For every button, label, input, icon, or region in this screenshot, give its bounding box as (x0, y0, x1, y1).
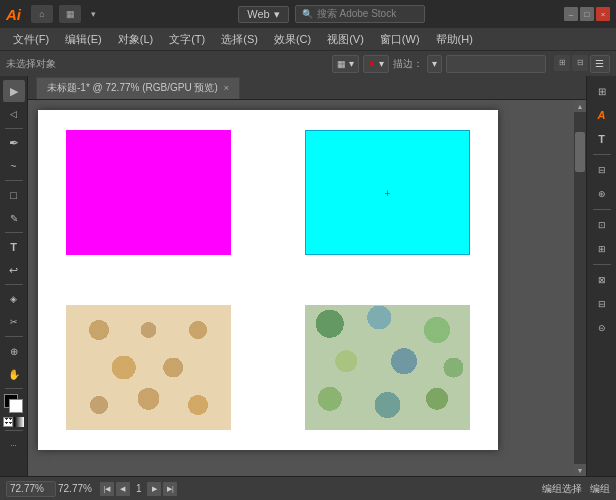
zoom-display: 72.77% (6, 481, 92, 497)
last-page-button[interactable]: ▶| (163, 482, 177, 496)
options-more-dropdown[interactable]: ☰ (590, 55, 610, 73)
dropdown-arrow-icon[interactable]: ▾ (87, 5, 99, 23)
tool-separator-5 (5, 336, 23, 337)
layout-icon[interactable]: ▦ (59, 5, 81, 23)
left-toolbar: ▶ ◁ ✒ ~ □ ✎ T ↩ ◈ ✂ ⊕ ✋ ··· (0, 76, 28, 476)
tan-pattern-fill (66, 305, 231, 430)
align-icon[interactable]: ⊞ (554, 55, 570, 71)
distribute-icon[interactable]: ⊟ (572, 55, 588, 71)
top-bar: Ai ⌂ ▦ ▾ Web ▾ 🔍 搜索 Adobe Stock – □ × (0, 0, 616, 28)
transform-panel-button[interactable]: A (591, 104, 613, 126)
page-number: 1 (132, 483, 146, 494)
select-tool[interactable]: ▶ (3, 80, 25, 102)
stroke-label: 描边： (393, 57, 423, 71)
menu-effect[interactable]: 效果(C) (267, 30, 318, 49)
crosshair-icon: + (385, 187, 391, 198)
brush-tool[interactable]: ✎ (3, 207, 25, 229)
tab-title: 未标题-1* @ 72.77% (RGB/GPU 预览) (47, 81, 218, 95)
status-right-label: 编组 (590, 482, 610, 496)
stroke-dropdown[interactable]: ✕ ▾ (363, 55, 389, 73)
tab-close-button[interactable]: × (224, 83, 229, 93)
home-icon[interactable]: ⌂ (31, 5, 53, 23)
magenta-rect[interactable] (66, 130, 231, 255)
no-selection-label: 未选择对象 (6, 57, 56, 71)
rotate-tool[interactable]: ↩ (3, 259, 25, 281)
menu-select[interactable]: 选择(S) (214, 30, 265, 49)
menu-window[interactable]: 窗口(W) (373, 30, 427, 49)
window-controls: – □ × (564, 7, 610, 21)
canvas-scroll-area: + (28, 100, 574, 476)
mosaic-pattern-fill (305, 305, 470, 430)
style-dropdown[interactable]: ▦ ▾ (332, 55, 359, 73)
pen-tool[interactable]: ✒ (3, 132, 25, 154)
more-tools-button[interactable]: ··· (3, 434, 25, 456)
document-tab[interactable]: 未标题-1* @ 72.77% (RGB/GPU 预览) × (36, 77, 240, 99)
stroke-value-input[interactable] (446, 55, 546, 73)
right-panel-separator-1 (593, 154, 611, 155)
tool-separator-3 (5, 232, 23, 233)
scroll-up-button[interactable]: ▲ (574, 100, 586, 112)
menu-view[interactable]: 视图(V) (320, 30, 371, 49)
tool-separator-4 (5, 284, 23, 285)
status-center-label: 编组选择 (542, 482, 582, 496)
web-dropdown[interactable]: Web ▾ (238, 6, 288, 23)
search-bar[interactable]: 🔍 搜索 Adobe Stock (295, 5, 425, 23)
rect-tool[interactable]: □ (3, 184, 25, 206)
restore-button[interactable]: □ (580, 7, 594, 21)
type-panel-button[interactable]: T (591, 128, 613, 150)
right-panel-separator-3 (593, 264, 611, 265)
tan-pattern-rect[interactable] (66, 305, 231, 430)
main-area: ▶ ◁ ✒ ~ □ ✎ T ↩ ◈ ✂ ⊕ ✋ ··· (0, 76, 616, 476)
scroll-down-button[interactable]: ▼ (574, 464, 586, 476)
tool-separator-7 (5, 430, 23, 431)
curvature-tool[interactable]: ~ (3, 155, 25, 177)
search-icon: 🔍 (302, 9, 313, 19)
minimize-button[interactable]: – (564, 7, 578, 21)
close-button[interactable]: × (596, 7, 610, 21)
menu-bar: 文件(F) 编辑(E) 对象(L) 文字(T) 选择(S) 效果(C) 视图(V… (0, 28, 616, 50)
next-page-button[interactable]: ▶ (147, 482, 161, 496)
scissors-tool[interactable]: ✂ (3, 311, 25, 333)
layers-panel-button[interactable]: ⊝ (591, 317, 613, 339)
links-panel-button[interactable]: ⊠ (591, 269, 613, 291)
zoom-value: 72.77% (58, 483, 92, 494)
menu-help[interactable]: 帮助(H) (429, 30, 480, 49)
canvas-area: 未标题-1* @ 72.77% (RGB/GPU 预览) × + (28, 76, 586, 476)
cyan-rect[interactable]: + (305, 130, 470, 255)
color-area (3, 394, 24, 427)
tool-separator-6 (5, 388, 23, 389)
direct-select-tool[interactable]: ◁ (3, 103, 25, 125)
menu-file[interactable]: 文件(F) (6, 30, 56, 49)
scroll-track[interactable] (574, 112, 586, 464)
none-swatch[interactable] (3, 417, 13, 427)
scroll-thumb[interactable] (575, 132, 585, 172)
tab-bar: 未标题-1* @ 72.77% (RGB/GPU 预览) × (28, 76, 586, 100)
brushes-panel-button[interactable]: ⊛ (591, 183, 613, 205)
fill-tool[interactable]: ◈ (3, 288, 25, 310)
properties-panel-button[interactable]: ⊟ (591, 293, 613, 315)
first-page-button[interactable]: |◀ (100, 482, 114, 496)
text-tool[interactable]: T (3, 236, 25, 258)
gradient-swatch[interactable] (14, 417, 24, 427)
zoom-tool[interactable]: ⊕ (3, 340, 25, 362)
right-panel-separator-2 (593, 209, 611, 210)
prev-page-button[interactable]: ◀ (116, 482, 130, 496)
status-bar: 72.77% |◀ ◀ 1 ▶ ▶| 编组选择 编组 (0, 476, 616, 500)
tool-separator-2 (5, 180, 23, 181)
symbols-panel-button[interactable]: ⊡ (591, 214, 613, 236)
stroke-swatch (9, 399, 23, 413)
right-panel: ⊞ A T ⊟ ⊛ ⊡ ⊞ ⊠ ⊟ ⊝ (586, 76, 616, 476)
menu-text[interactable]: 文字(T) (162, 30, 212, 49)
artboards-panel-button[interactable]: ⊞ (591, 238, 613, 260)
align-panel-button[interactable]: ⊞ (591, 80, 613, 102)
mosaic-pattern-rect[interactable] (305, 305, 470, 430)
zoom-input[interactable] (6, 481, 56, 497)
artboard: + (38, 110, 498, 450)
hand-tool[interactable]: ✋ (3, 363, 25, 385)
menu-object[interactable]: 对象(L) (111, 30, 160, 49)
vertical-scrollbar[interactable]: ▲ ▼ (574, 100, 586, 476)
swatches-panel-button[interactable]: ⊟ (591, 159, 613, 181)
fill-color-swatch[interactable] (4, 394, 24, 414)
interpolation-dropdown[interactable]: ▾ (427, 55, 442, 73)
menu-edit[interactable]: 编辑(E) (58, 30, 109, 49)
